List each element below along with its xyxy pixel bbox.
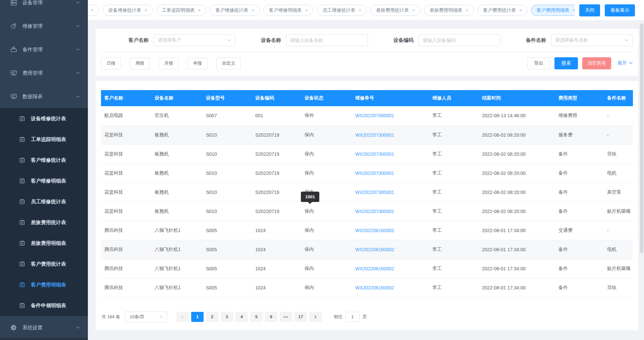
page-button[interactable]: 3	[221, 312, 233, 322]
close-icon[interactable]: ×	[198, 8, 201, 12]
work-order-link[interactable]: WX202206160002	[355, 228, 394, 233]
close-icon[interactable]: ×	[573, 8, 575, 12]
page-button[interactable]: 6	[265, 312, 277, 322]
sidebar-item[interactable]: 系统设置	[0, 316, 88, 339]
sidebar-subitem[interactable]: 设备维修统计表	[0, 108, 88, 129]
table-cell: 2022-08-01 17:34:00	[479, 240, 555, 259]
sidebar-item[interactable]: 备件管理	[0, 38, 88, 61]
sidebar-item[interactable]: 费用管理	[0, 61, 88, 85]
page-button[interactable]: 2	[206, 312, 218, 322]
more-pages-button[interactable]: •••	[280, 312, 292, 322]
work-order-link[interactable]: WX202206160002	[355, 266, 394, 271]
work-order-link[interactable]: WX202207300001	[355, 190, 394, 195]
tab-partial[interactable]: 用 ×	[88, 5, 99, 16]
page-size-select[interactable]: 10条/页	[125, 312, 167, 322]
period-button[interactable]: 月报	[159, 58, 179, 69]
sidebar-subitem[interactable]: 工单追踪明细表	[0, 129, 88, 150]
sidebar-subitem-label: 差旅费用统计表	[31, 219, 66, 226]
report-sheet-icon	[19, 240, 25, 247]
close-icon[interactable]: ×	[519, 8, 522, 12]
work-order-link[interactable]: WX202207300001	[355, 171, 394, 176]
table-cell: S20220719	[252, 202, 301, 221]
table-cell: 花篮科技	[101, 202, 151, 221]
column-header: 客户名称	[101, 90, 151, 106]
table-cell: 1024	[252, 221, 301, 240]
tab[interactable]: 差旅费用统计表 ×	[370, 5, 421, 16]
table-cell: 2022-08-01 17:34:00	[479, 278, 555, 297]
sidebar-item[interactable]: 数据报表	[0, 85, 88, 108]
report-sheet-icon	[19, 178, 25, 184]
table-row: 腾讯科技八轴飞针机1S0051024保内WX202206160002李工2022…	[101, 278, 633, 297]
tab[interactable]: 设备维修统计表 ×	[103, 5, 153, 16]
search-button[interactable]: 搜索	[554, 57, 578, 69]
filter-input[interactable]	[423, 38, 496, 43]
export-button[interactable]: 导出	[527, 57, 550, 69]
table-cell: 八轴飞针机1	[151, 221, 203, 240]
work-order-link[interactable]: WX202207300001	[355, 151, 394, 157]
filter-label: 客户名称	[122, 37, 149, 44]
table-cell: S20220719	[252, 183, 301, 202]
sidebar-item[interactable]: 设备管理	[0, 0, 88, 14]
sidebar-subitem[interactable]: 客户维修明细表	[0, 171, 88, 191]
table-cell: 李工	[429, 221, 479, 240]
sidebar-subitem[interactable]: 客户维修统计表	[0, 150, 88, 171]
work-order-link[interactable]: WX202206160002	[355, 285, 394, 290]
goto-page-input[interactable]	[345, 312, 360, 322]
close-tabs-button[interactable]: 关闭	[579, 4, 600, 16]
tab[interactable]: 客户费用统计表 ×	[477, 5, 528, 16]
work-order-link[interactable]: WX202207060001	[355, 113, 394, 118]
work-order-link[interactable]: WX202207300001	[355, 132, 394, 138]
table-cell: 空压机	[151, 106, 203, 125]
sidebar-subitem[interactable]: 备件申领明细表	[0, 295, 88, 316]
sidebar-subitem[interactable]: 差旅费用统计表	[0, 212, 88, 233]
close-icon[interactable]: ×	[305, 8, 308, 12]
close-icon[interactable]: ×	[145, 8, 147, 12]
tab[interactable]: 工单追踪明细表 ×	[156, 5, 207, 16]
page-button[interactable]: 1	[191, 312, 204, 322]
period-button[interactable]: 自定义	[216, 58, 241, 69]
filter-input[interactable]	[290, 38, 364, 43]
sidebar-item[interactable]: 维修管理	[0, 14, 88, 38]
filter-select[interactable]: 请选择备件名称	[551, 34, 633, 46]
period-button[interactable]: 年报	[187, 58, 208, 69]
filter-select[interactable]: 请选择客户	[153, 34, 235, 46]
close-icon[interactable]: ×	[252, 8, 254, 12]
chevron-down-icon	[625, 38, 629, 42]
table-cell: 导轨	[604, 278, 633, 297]
close-icon[interactable]: ×	[359, 8, 361, 12]
sidebar-subitem[interactable]: 差旅费用明细表	[0, 233, 88, 254]
table-cell: 李工	[429, 163, 479, 183]
page-button[interactable]: 17	[294, 312, 307, 322]
work-order-link[interactable]: WX202207300001	[355, 209, 394, 214]
expand-toggle[interactable]: 展开	[618, 60, 633, 66]
tab[interactable]: 客户费用明细表 ×	[531, 5, 575, 16]
sidebar-subitem[interactable]: 员工维修统计表	[0, 191, 88, 212]
period-button[interactable]: 周报	[130, 58, 150, 69]
column-header: 备件名称	[604, 90, 633, 106]
clear-all-button[interactable]: 清空所有	[582, 57, 611, 69]
period-button[interactable]: 日报	[101, 58, 121, 69]
scrollbar[interactable]	[639, 21, 644, 340]
table-cell: S010	[203, 202, 252, 221]
prev-page-button[interactable]	[176, 312, 189, 322]
tab[interactable]: 员工维修统计表 ×	[317, 5, 367, 16]
sidebar-subitem[interactable]: 客户费用统计表	[0, 254, 88, 274]
tab[interactable]: 客户维修统计表 ×	[210, 5, 260, 16]
table-cell: 服务费	[555, 125, 604, 144]
table-cell: 腾讯科技	[101, 259, 151, 278]
scrollbar-thumb[interactable]	[640, 23, 643, 253]
close-icon[interactable]: ×	[412, 8, 415, 12]
work-order-link[interactable]: WX202206160002	[355, 247, 394, 252]
page-button[interactable]: 5	[250, 312, 263, 322]
next-page-button[interactable]	[309, 312, 322, 322]
tab[interactable]: 客户维修明细表 ×	[263, 5, 314, 16]
page-button[interactable]: 4	[235, 312, 248, 322]
close-icon[interactable]: ×	[91, 8, 94, 12]
tab[interactable]: 差旅费用明细表 ×	[424, 5, 474, 16]
table-cell: 交通费	[555, 221, 604, 240]
table-cell: S010	[203, 163, 252, 183]
sidebar-subitem[interactable]: 客户费用明细表	[0, 274, 88, 295]
board-display-button[interactable]: 看板展示	[605, 4, 635, 16]
close-icon[interactable]: ×	[466, 8, 469, 12]
column-header: 结案时间	[479, 90, 555, 106]
